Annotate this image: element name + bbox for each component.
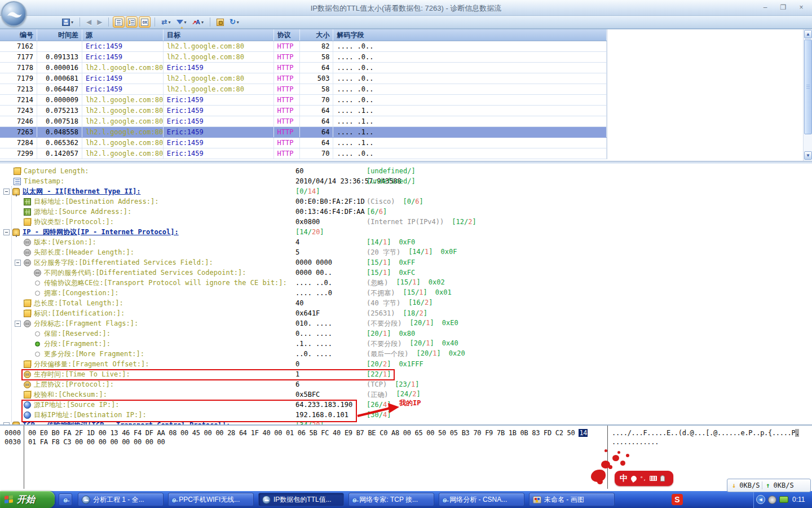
minimize-button[interactable]: – [759, 3, 771, 12]
tree-row[interactable]: 分段标志:[Fragment Flags:]:010. ....(不要分段)[2… [0, 318, 803, 329]
dropdown-arrow-icon[interactable]: ▾ [169, 20, 171, 25]
tree-row[interactable]: 传输协议忽略CE位:[Transport Protocol will ignor… [0, 278, 803, 288]
table-row[interactable]: 7162Eric:1459lh2.l.google.com:80HTTP82..… [0, 41, 607, 52]
taskbar-task-button[interactable]: 未命名 - 画图 [529, 493, 615, 506]
table-cell: lh2.l.google.com:80 [82, 63, 164, 73]
view-hex-button[interactable]: 0X [139, 16, 151, 28]
dropdown-arrow-icon[interactable]: ▾ [237, 20, 239, 25]
column-header[interactable]: 大小 [300, 29, 334, 41]
tree-row[interactable]: 分段偏移量:[Fragment Offset:]:0[20/2]0x1FFF [0, 359, 803, 369]
taskbar-task-button[interactable]: ePPC手机WIFI无线... [168, 493, 254, 506]
tree-row[interactable]: Timestamp:2010/04/14 23:36:57.943588[und… [0, 176, 803, 186]
taskbar-task-button[interactable]: e网络专家: TCP 接... [348, 493, 434, 506]
tray-collapse-icon[interactable]: ◄ [756, 495, 765, 504]
ime-mode-indicator[interactable]: 中 [620, 474, 628, 484]
view-summary-button[interactable] [113, 16, 125, 28]
expand-collapse-icon[interactable] [15, 260, 21, 266]
taskbar-task-button[interactable]: IP数据包的TTL值... [258, 493, 344, 506]
tree-row[interactable]: 总长度:[Total Length:]:40(40 字节)[16/2] [0, 298, 803, 308]
notebook-lock-button[interactable] [214, 16, 226, 28]
table-cell: .... .0.. [333, 73, 607, 84]
tree-row[interactable]: 更多分段:[More Fragment:]:..0. ....(最后一个段)[2… [0, 349, 803, 359]
ime-punctuation-icon[interactable]: °, [640, 476, 646, 481]
tree-row[interactable]: 版本:[Version:]:4[14/1]0xF0 [0, 237, 803, 247]
table-cell: 0.000009 [37, 95, 82, 105]
table-row[interactable]: 72840.065362lh2.l.google.com:80Eric:1459… [0, 138, 607, 148]
tree-row-label: IP - 因特网协议[IP - Internet Protocol]: [23, 227, 179, 237]
filter-button[interactable]: ▾ [174, 16, 189, 28]
pages-icon [24, 218, 31, 226]
expand-collapse-icon[interactable] [3, 189, 10, 195]
table-row[interactable]: 71770.091313Eric:1459lh2.l.google.com:80… [0, 52, 607, 63]
export-button[interactable]: ⇄▾ [159, 16, 173, 28]
tree-row[interactable]: 标识:[Identification:]:0x641F(25631)[18/2] [0, 308, 803, 318]
taskbar-task-button[interactable]: e网络分析 - CSNA... [439, 493, 524, 506]
dropdown-arrow-icon[interactable]: ▾ [201, 20, 204, 25]
scroll-up-icon[interactable]: ▲ [804, 30, 812, 38]
sogou-tray-icon[interactable]: S [672, 494, 683, 505]
tree-row-note: (Internet IP(IPv4)) [367, 218, 444, 226]
refresh-button[interactable]: ↻▾ [227, 16, 241, 28]
scrollbar-thumb[interactable] [804, 40, 812, 134]
tree-row[interactable]: 目标地址:[Destination Address:]:00:E0:B0:FA:… [0, 196, 803, 207]
tree-row[interactable]: 上层协议:[Protocol:]:6(TCP)[23/1] [0, 379, 803, 389]
tree-row-note: (不要分段) [367, 319, 401, 329]
forward-button[interactable]: ▶ [95, 16, 104, 28]
network-speed-widget[interactable]: ↓ 0KB/S ↑ 0KB/S [727, 479, 811, 492]
taskbar-task-button[interactable]: 分析工程 1 - 全... [78, 493, 164, 506]
tree-row[interactable]: 不同的服务代码:[Differentiated Services Codepoi… [0, 268, 803, 278]
tree-row[interactable]: 保留:[Reserved:]:0... ....[20/1]0x80 [0, 329, 803, 339]
column-header[interactable]: 源 [82, 29, 164, 41]
table-row[interactable]: 72140.000009lh2.l.google.com:80Eric:1459… [0, 95, 607, 106]
tree-row[interactable]: 分段:[Fragment:]:.1.. ....(不要分段)[20/1]0x40 [0, 339, 803, 349]
hex-bytes[interactable]: 00 E0 B0 FA 2F 1D 00 13 46 F4 DF AA 08 0… [28, 429, 588, 437]
ime-softkeyboard-icon[interactable] [650, 476, 657, 481]
tree-row[interactable]: 区分服务字段:[Differentiated Services Field:]:… [0, 257, 803, 268]
restore-button[interactable]: ❐ [777, 3, 789, 12]
close-button[interactable]: × [795, 3, 807, 12]
tree-row[interactable]: Captured Length:60[undefined/] [0, 166, 803, 176]
column-header[interactable]: 解码字段 [333, 29, 607, 41]
tree-row[interactable]: 头部长度:[Header Length:]:5(20 字节)[14/1]0x0F [0, 247, 803, 257]
ime-fullwidth-icon[interactable] [630, 475, 638, 483]
tray-icon-2[interactable] [779, 496, 788, 503]
tree-row[interactable]: IP - 因特网协议[IP - Internet Protocol]:[14/2… [0, 227, 803, 237]
expand-collapse-icon[interactable] [15, 321, 21, 327]
column-header[interactable]: 目标 [164, 29, 274, 41]
table-row[interactable]: 72460.007518lh2.l.google.com:80Eric:1459… [0, 116, 607, 127]
start-button[interactable]: 开始 [0, 491, 55, 508]
expand-collapse-icon[interactable] [3, 229, 10, 235]
selected-byte[interactable]: 14 [579, 429, 588, 437]
save-button[interactable]: ▾ [60, 16, 76, 28]
byte-position: [15/1] [403, 288, 427, 298]
hex-ascii[interactable]: ............ [612, 438, 659, 446]
tray-icon-1[interactable] [768, 496, 776, 504]
table-row[interactable]: 72430.075213lh2.l.google.com:80Eric:1459… [0, 106, 607, 116]
scroll-down-icon[interactable]: ▼ [804, 151, 812, 160]
table-row[interactable]: 71790.000681Eric:1459lh2.l.google.com:80… [0, 73, 607, 84]
hex-bytes[interactable]: 01 FA F8 C3 00 00 00 00 00 00 00 00 [28, 438, 165, 446]
column-header[interactable]: 协议 [274, 29, 300, 41]
packet-list-scrollbar[interactable]: ▲ ▼ [803, 29, 812, 161]
hex-ascii[interactable]: ..../...F.....E..(d.@...[.@......e.P..p.… [612, 429, 799, 437]
ime-tool-icon[interactable] [660, 475, 665, 481]
selected-ascii-char[interactable]: . [795, 429, 799, 437]
highlight-button[interactable]: A▾ [190, 16, 206, 28]
column-header[interactable]: 编号 [0, 29, 37, 41]
back-button[interactable]: ◀ [84, 16, 94, 28]
view-decode-button[interactable] [126, 16, 138, 28]
tree-row[interactable]: 拥塞:[Congestion:]:.... ...0(不拥塞)[15/1]0x0… [0, 288, 803, 298]
table-cell: 0.007518 [37, 116, 82, 126]
ie-quicklaunch-icon[interactable]: e [59, 493, 72, 506]
table-row[interactable]: 72130.064487Eric:1459lh2.l.google.com:80… [0, 84, 607, 95]
table-row[interactable]: 72630.048558lh2.l.google.com:80Eric:1459… [0, 127, 607, 138]
tree-row[interactable]: 协议类型:[Protocol:]:0x0800(Internet IP(IPv4… [0, 217, 803, 227]
table-row[interactable]: 72990.142057lh2.l.google.com:80Eric:1459… [0, 148, 607, 159]
tree-row[interactable]: 以太网 - II[Ethernet Type II]:[0/14] [0, 186, 803, 196]
table-row[interactable]: 71780.000016lh2.l.google.com:80Eric:1459… [0, 63, 607, 73]
tree-row[interactable]: 源地址:[Source Address:]:00:13:46:F4:DF:AA[… [0, 207, 803, 217]
dropdown-arrow-icon[interactable]: ▾ [184, 20, 187, 25]
ime-toolbar[interactable]: 中 °, [615, 471, 673, 486]
dropdown-arrow-icon[interactable]: ▾ [71, 20, 73, 25]
column-header[interactable]: 时间差 [37, 29, 82, 41]
